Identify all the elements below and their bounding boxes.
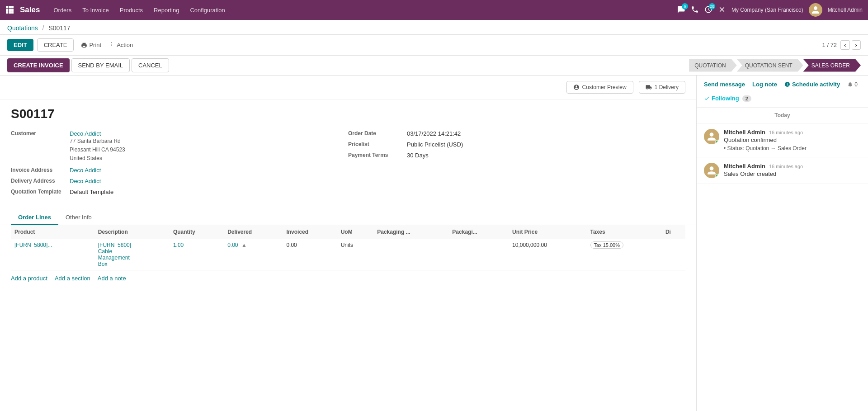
delivery-address-field: Delivery Address Deco Addict	[11, 178, 348, 185]
user-name[interactable]: Mitchell Admin	[828, 7, 863, 13]
following-button[interactable]: Following 2	[704, 95, 751, 102]
msg-time-2: 16 minutes ago	[769, 164, 803, 169]
print-button[interactable]: Print	[81, 42, 101, 48]
col-invoiced: Invoiced	[283, 225, 337, 239]
chat-message-2: Mitchell Admin 16 minutes ago Sales Orde…	[697, 157, 868, 184]
chart-icon[interactable]: ▲	[241, 242, 247, 248]
step-quotation-sent[interactable]: QUOTATION SENT	[737, 59, 803, 72]
product-link[interactable]: [FURN_5800]...	[14, 242, 52, 248]
status-steps: QUOTATION QUOTATION SENT SALES ORDER	[689, 59, 861, 72]
svg-rect-6	[6, 11, 8, 14]
next-page-button[interactable]: ›	[852, 40, 861, 50]
col-discount: Di	[662, 225, 685, 239]
nav-orders[interactable]: Orders	[49, 5, 76, 15]
main-wrapper: Customer Preview 1 Delivery S00117 Custo…	[0, 76, 868, 411]
customer-preview-button[interactable]: Customer Preview	[566, 81, 633, 94]
add-links: Add a product Add a section Add a note	[0, 270, 696, 286]
prev-page-button[interactable]: ‹	[840, 40, 849, 50]
cancel-button[interactable]: CANCEL	[132, 58, 169, 72]
table-row: [FURN_5800]... [FURN_5800]CableManagemen…	[11, 239, 685, 270]
company-name: My Company (San Francisco)	[731, 7, 803, 13]
msg-content-1: Mitchell Admin 16 minutes ago Quotation …	[724, 129, 861, 151]
clock-icon[interactable]: 28	[704, 5, 712, 15]
delivery-address-label: Delivery Address	[11, 178, 70, 184]
form-fields: Customer Deco Addict 77 Santa Barbara Rd…	[0, 130, 696, 207]
step-sales-order[interactable]: SALES ORDER	[803, 59, 861, 72]
top-navigation: Sales Orders To Invoice Products Reporti…	[0, 0, 868, 20]
create-button[interactable]: CREATE	[37, 38, 74, 52]
customer-value: Deco Addict 77 Santa Barbara RdPleasant …	[70, 130, 125, 163]
print-label: Print	[89, 42, 101, 48]
user-avatar[interactable]	[809, 3, 822, 17]
following-label: Following	[712, 95, 739, 102]
customer-preview-label: Customer Preview	[582, 84, 627, 90]
edit-button[interactable]: EDIT	[7, 39, 33, 51]
phone-icon[interactable]	[691, 5, 699, 15]
payment-terms-value: 30 Days	[407, 152, 429, 159]
followers-section: 0	[847, 81, 858, 88]
content-top-buttons: Customer Preview 1 Delivery	[0, 76, 696, 99]
packaging2-value	[448, 239, 509, 270]
send-email-button[interactable]: SEND BY EMAIL	[71, 58, 130, 72]
svg-rect-5	[11, 9, 14, 11]
action-button[interactable]: Action	[108, 42, 133, 48]
breadcrumb: Quotations / S00117	[0, 20, 868, 35]
col-quantity: Quantity	[170, 225, 224, 239]
delivery-address-value[interactable]: Deco Addict	[70, 178, 101, 184]
breadcrumb-parent[interactable]: Quotations	[7, 24, 38, 32]
delivery-button[interactable]: 1 Delivery	[639, 81, 685, 94]
order-table: Product Description Quantity Delivered I…	[11, 225, 685, 270]
nav-configuration[interactable]: Configuration	[185, 5, 229, 15]
msg-header-2: Mitchell Admin 16 minutes ago	[724, 163, 861, 170]
quotation-template-label: Quotation Template	[11, 189, 70, 195]
svg-rect-8	[11, 11, 14, 14]
customer-name[interactable]: Deco Addict	[70, 130, 125, 137]
add-section-link[interactable]: Add a section	[55, 275, 90, 282]
tab-other-info[interactable]: Other Info	[58, 210, 99, 225]
invoice-address-value[interactable]: Deco Addict	[70, 167, 101, 174]
delivery-label: 1 Delivery	[655, 84, 679, 90]
col-unit-price: Unit Price	[509, 225, 586, 239]
step-quotation[interactable]: QUOTATION	[689, 59, 737, 72]
nav-to-invoice[interactable]: To Invoice	[78, 5, 113, 15]
discount-value	[662, 239, 685, 270]
add-product-link[interactable]: Add a product	[11, 275, 47, 282]
schedule-activity-button[interactable]: Schedule activity	[784, 81, 840, 88]
avatar-2	[704, 163, 719, 178]
msg-subtext-1: • Status: Quotation → Sales Order	[724, 145, 861, 151]
order-number: S00117	[11, 107, 685, 121]
description-value: [FURN_5800]CableManagementBox	[98, 242, 131, 267]
invoice-address-label: Invoice Address	[11, 167, 70, 173]
schedule-activity-label: Schedule activity	[792, 81, 840, 88]
payment-terms-field: Payment Terms 30 Days	[348, 152, 685, 159]
chat-badge: 6	[682, 3, 688, 9]
nav-products[interactable]: Products	[115, 5, 147, 15]
grid-icon[interactable]	[5, 5, 14, 15]
col-description: Description	[94, 225, 170, 239]
chat-icon[interactable]: 6	[677, 5, 685, 15]
svg-rect-2	[11, 6, 14, 8]
app-name: Sales	[20, 5, 40, 14]
send-message-button[interactable]: Send message	[704, 81, 745, 88]
create-invoice-button[interactable]: CREATE INVOICE	[7, 58, 70, 72]
payment-terms-label: Payment Terms	[348, 152, 407, 158]
sidebar: Send message Log note Schedule activity …	[696, 76, 868, 411]
log-note-button[interactable]: Log note	[752, 81, 777, 88]
pricelist-field: Pricelist Public Pricelist (USD)	[348, 141, 685, 148]
close-icon[interactable]	[718, 5, 726, 15]
tabs: Order Lines Other Info	[0, 210, 696, 225]
pricelist-value: Public Pricelist (USD)	[407, 141, 463, 148]
add-note-link[interactable]: Add a note	[98, 275, 126, 282]
nav-reporting[interactable]: Reporting	[149, 5, 184, 15]
delivered-value: 0.00	[227, 242, 238, 248]
tab-order-lines[interactable]: Order Lines	[11, 210, 58, 225]
svg-rect-4	[9, 9, 11, 11]
action-label: Action	[117, 42, 133, 48]
taxes-badge: Tax 15.00%	[590, 241, 623, 249]
col-packaging1: Packaging ...	[373, 225, 448, 239]
col-taxes: Taxes	[587, 225, 662, 239]
nav-right: 6 28 My Company (San Francisco) Mitchell…	[677, 3, 863, 17]
form-right-col: Order Date 03/17/2022 14:21:42 Pricelist…	[348, 130, 685, 199]
msg-author-1: Mitchell Admin	[724, 129, 765, 136]
svg-rect-3	[6, 9, 8, 11]
